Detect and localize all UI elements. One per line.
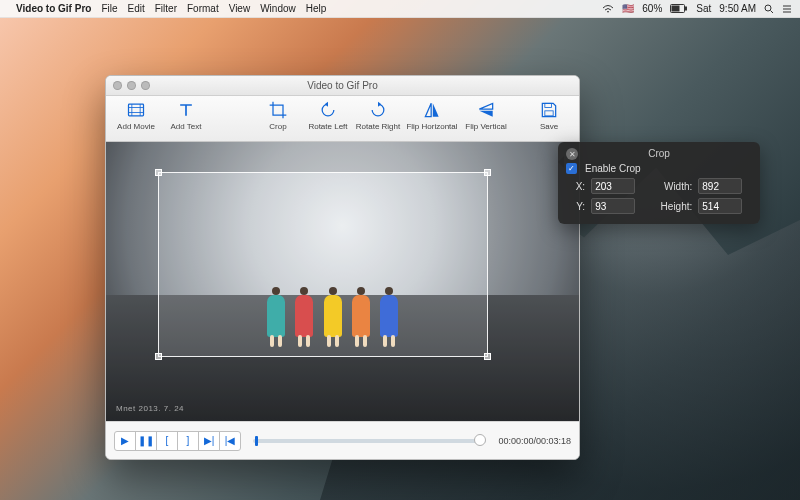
flip-horizontal-label: Flip Horizontal xyxy=(406,122,457,131)
crop-y-input[interactable] xyxy=(591,198,635,214)
crop-height-label: Height: xyxy=(651,201,692,212)
window-minimize-icon[interactable] xyxy=(127,81,136,90)
crop-width-label: Width: xyxy=(651,181,692,192)
add-text-label: Add Text xyxy=(171,122,202,131)
window-zoom-icon[interactable] xyxy=(141,81,150,90)
rotate-right-button[interactable]: Rotate Right xyxy=(354,99,402,139)
menu-help[interactable]: Help xyxy=(306,3,327,14)
text-icon xyxy=(175,99,197,121)
enable-crop-label: Enable Crop xyxy=(585,163,641,174)
crop-handle-bl[interactable] xyxy=(155,353,162,360)
rotate-right-label: Rotate Right xyxy=(356,122,400,131)
step-back-button[interactable]: |◀ xyxy=(219,431,241,451)
video-preview[interactable]: Mnet 2013. 7. 24 xyxy=(106,142,579,421)
save-label: Save xyxy=(540,122,558,131)
popover-title: Crop xyxy=(648,148,670,159)
flip-vertical-label: Flip Vertical xyxy=(465,122,506,131)
window-close-icon[interactable] xyxy=(113,81,122,90)
clock-day: Sat xyxy=(696,3,711,14)
crop-icon xyxy=(267,99,289,121)
timecode-display: 00:00:00/00:03:18 xyxy=(498,436,571,446)
video-watermark: Mnet 2013. 7. 24 xyxy=(116,404,184,413)
clock-time: 9:50 AM xyxy=(719,3,756,14)
battery-icon[interactable] xyxy=(670,4,688,13)
save-icon xyxy=(538,99,560,121)
app-window: Video to Gif Pro Add Movie Add Text Crop xyxy=(105,75,580,460)
flip-vertical-icon xyxy=(475,99,497,121)
crop-handle-tr[interactable] xyxy=(484,169,491,176)
timeline-slider[interactable] xyxy=(253,439,486,443)
svg-rect-13 xyxy=(545,103,552,107)
pause-button[interactable]: ❚❚ xyxy=(135,431,157,451)
play-button[interactable]: ▶ xyxy=(114,431,136,451)
window-titlebar[interactable]: Video to Gif Pro xyxy=(106,76,579,96)
flip-vertical-button[interactable]: Flip Vertical xyxy=(462,99,510,139)
input-flag-icon[interactable]: 🇺🇸 xyxy=(622,3,634,14)
menu-edit[interactable]: Edit xyxy=(128,3,145,14)
timeline-thumb[interactable] xyxy=(474,434,486,446)
mark-out-button[interactable]: ] xyxy=(177,431,199,451)
popover-close-button[interactable]: ✕ xyxy=(566,148,578,160)
notification-center-icon[interactable] xyxy=(782,4,792,14)
toolbar: Add Movie Add Text Crop Rotate Left xyxy=(106,96,579,142)
svg-rect-14 xyxy=(545,111,553,116)
filmstrip-icon xyxy=(125,99,147,121)
crop-button[interactable]: Crop xyxy=(254,99,302,139)
crop-label: Crop xyxy=(269,122,286,131)
battery-percent: 60% xyxy=(642,3,662,14)
playback-controls: ▶ ❚❚ [ ] ▶| |◀ 00:00:00/00:03:18 xyxy=(106,421,579,459)
save-button[interactable]: Save xyxy=(525,99,573,139)
svg-rect-8 xyxy=(129,104,144,116)
add-movie-button[interactable]: Add Movie xyxy=(112,99,160,139)
menu-filter[interactable]: Filter xyxy=(155,3,177,14)
rotate-left-button[interactable]: Rotate Left xyxy=(304,99,352,139)
rotate-left-icon xyxy=(317,99,339,121)
rotate-right-icon xyxy=(367,99,389,121)
menu-view[interactable]: View xyxy=(229,3,251,14)
flip-horizontal-icon xyxy=(421,99,443,121)
add-text-button[interactable]: Add Text xyxy=(162,99,210,139)
step-forward-button[interactable]: ▶| xyxy=(198,431,220,451)
add-movie-label: Add Movie xyxy=(117,122,155,131)
menu-file[interactable]: File xyxy=(101,3,117,14)
crop-x-input[interactable] xyxy=(591,178,635,194)
crop-y-label: Y: xyxy=(566,201,585,212)
svg-point-3 xyxy=(765,5,771,11)
desktop: Video to Gif Pro File Edit Filter Format… xyxy=(0,0,800,500)
menubar-app-name[interactable]: Video to Gif Pro xyxy=(16,3,91,14)
svg-line-4 xyxy=(771,10,774,13)
menu-format[interactable]: Format xyxy=(187,3,219,14)
spotlight-icon[interactable] xyxy=(764,4,774,14)
window-traffic-lights[interactable] xyxy=(106,81,150,90)
crop-popover: ✕ Crop ✓ Enable Crop X: Width: Y: Height… xyxy=(558,142,760,224)
menu-window[interactable]: Window xyxy=(260,3,296,14)
crop-width-input[interactable] xyxy=(698,178,742,194)
crop-height-input[interactable] xyxy=(698,198,742,214)
crop-handle-br[interactable] xyxy=(484,353,491,360)
svg-rect-2 xyxy=(685,7,687,11)
crop-handle-tl[interactable] xyxy=(155,169,162,176)
svg-rect-1 xyxy=(672,6,680,12)
enable-crop-checkbox[interactable]: ✓ xyxy=(566,163,577,174)
timeline-marker[interactable] xyxy=(255,436,258,446)
rotate-left-label: Rotate Left xyxy=(308,122,347,131)
window-title: Video to Gif Pro xyxy=(106,80,579,91)
flip-horizontal-button[interactable]: Flip Horizontal xyxy=(404,99,460,139)
crop-x-label: X: xyxy=(566,181,585,192)
wifi-icon[interactable] xyxy=(602,4,614,14)
crop-selection[interactable] xyxy=(158,172,488,357)
mark-in-button[interactable]: [ xyxy=(156,431,178,451)
macos-menubar: Video to Gif Pro File Edit Filter Format… xyxy=(0,0,800,18)
